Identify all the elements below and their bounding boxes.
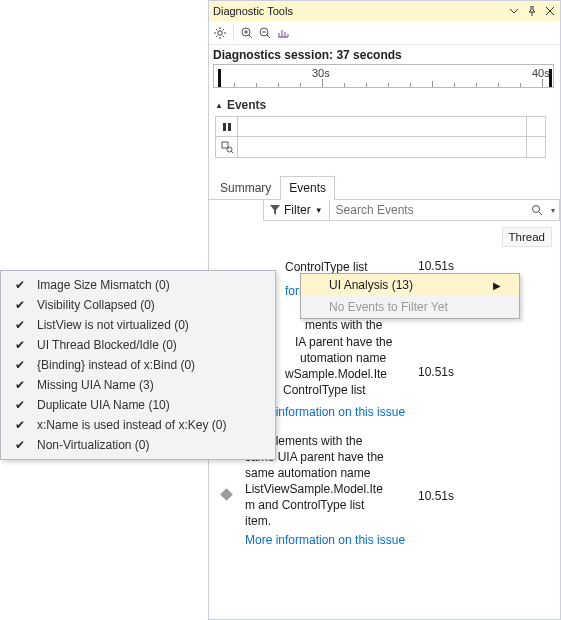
svg-rect-5 (222, 142, 228, 148)
submenu-item[interactable]: ✔UI Thread Blocked/Idle (0) (1, 335, 275, 355)
entry-time: 10.51s (418, 433, 478, 548)
submenu-item[interactable]: ✔{Binding} instead of x:Bind (0) (1, 355, 275, 375)
dropdown-icon[interactable] (508, 5, 520, 17)
submenu-item[interactable]: ✔Visibility Collapsed (0) (1, 295, 275, 315)
entry-line: m and ControlType list (245, 497, 410, 513)
search-box: ▾ (330, 200, 560, 221)
filter-button[interactable]: Filter ▼ (264, 200, 330, 221)
entry-time: 10.51s (418, 317, 478, 420)
events-section: ▲ Events (209, 94, 560, 158)
submenu-item[interactable]: ✔Missing UIA Name (3) (1, 375, 275, 395)
session-block: Diagnostics session: 37 seconds 30s 40s (209, 45, 560, 94)
filter-dropdown-menu: UI Analysis (13) ▶ No Events to Filter Y… (300, 273, 520, 319)
submenu-item[interactable]: ✔Duplicate UIA Name (10) (1, 395, 275, 415)
submenu-label: Duplicate UIA Name (10) (37, 398, 170, 412)
submenu-label: Visibility Collapsed (0) (37, 298, 155, 312)
ruler-ticks (214, 81, 553, 87)
tab-strip: Summary Events (209, 176, 560, 200)
diagnostic-icon[interactable] (216, 137, 238, 157)
menu-item-ui-analysis[interactable]: UI Analysis (13) ▶ (301, 274, 519, 296)
submenu-label: Non-Virtualization (0) (37, 438, 150, 452)
zoom-out-icon[interactable] (258, 26, 272, 40)
ruler-label-40s: 40s (532, 67, 550, 79)
events-row (216, 137, 545, 157)
more-info-link[interactable]: More information on this issue (245, 532, 410, 548)
events-grid (215, 116, 546, 158)
check-icon: ✔ (13, 358, 27, 372)
check-icon: ✔ (13, 298, 27, 312)
submenu-label: Missing UIA Name (3) (37, 378, 154, 392)
svg-point-0 (218, 30, 222, 34)
svg-rect-4 (228, 123, 231, 131)
events-heading-text: Events (227, 98, 266, 112)
entry-line: item. (245, 513, 410, 529)
check-icon: ✔ (13, 378, 27, 392)
titlebar: Diagnostic Tools (209, 1, 560, 21)
search-icon[interactable] (525, 204, 547, 216)
session-title: Diagnostics session: 37 seconds (213, 48, 554, 62)
submenu-item[interactable]: ✔x:Name is used instead of x:Key (0) (1, 415, 275, 435)
check-icon: ✔ (13, 278, 27, 292)
diamond-marker-icon (220, 488, 233, 501)
pin-icon[interactable] (526, 5, 538, 17)
events-row (216, 117, 545, 137)
menu-item-no-events: No Events to Filter Yet (301, 296, 519, 318)
submenu-label: x:Name is used instead of x:Key (0) (37, 418, 226, 432)
funnel-icon (270, 205, 280, 215)
close-icon[interactable] (544, 5, 556, 17)
tab-summary[interactable]: Summary (211, 176, 280, 200)
tab-events[interactable]: Events (280, 176, 335, 200)
panel-title: Diagnostic Tools (213, 5, 293, 17)
submenu-label: ListView is not virtualized (0) (37, 318, 189, 332)
svg-rect-3 (223, 123, 226, 131)
menu-item-label: UI Analysis (13) (329, 278, 413, 292)
events-heading[interactable]: ▲ Events (215, 98, 554, 112)
submenu-arrow-icon: ▶ (493, 280, 501, 291)
chevron-down-icon: ▼ (315, 206, 323, 215)
submenu-item[interactable]: ✔Non-Virtualization (0) (1, 435, 275, 455)
column-header-thread[interactable]: Thread (502, 227, 552, 247)
entry-line: ListViewSample.Model.Ite (245, 481, 410, 497)
session-title-prefix: Diagnostics session: (213, 48, 336, 62)
session-seconds: 37 seconds (336, 48, 401, 62)
entry-line: same automation name (245, 465, 410, 481)
collapse-triangle-icon[interactable]: ▲ (215, 101, 223, 110)
submenu-item[interactable]: ✔Image Size Mismatch (0) (1, 275, 275, 295)
check-icon: ✔ (13, 398, 27, 412)
check-icon: ✔ (13, 438, 27, 452)
submenu-label: {Binding} instead of x:Bind (0) (37, 358, 195, 372)
titlebar-buttons (508, 5, 556, 17)
menu-item-label: No Events to Filter Yet (329, 300, 448, 314)
chart-icon[interactable] (276, 26, 290, 40)
svg-point-7 (532, 206, 539, 213)
timeline-ruler[interactable]: 30s 40s (213, 64, 554, 88)
search-dropdown-icon[interactable]: ▾ (547, 206, 559, 215)
submenu-label: UI Thread Blocked/Idle (0) (37, 338, 177, 352)
check-icon: ✔ (13, 318, 27, 332)
gear-icon[interactable] (213, 26, 227, 40)
zoom-in-icon[interactable] (240, 26, 254, 40)
ui-analysis-submenu: ✔Image Size Mismatch (0) ✔Visibility Col… (0, 270, 276, 460)
check-icon: ✔ (13, 418, 27, 432)
check-icon: ✔ (13, 338, 27, 352)
toolbar (209, 21, 560, 45)
submenu-label: Image Size Mismatch (0) (37, 278, 170, 292)
ruler-label-30s: 30s (312, 67, 330, 79)
separator (233, 25, 234, 41)
filter-label: Filter (284, 203, 311, 217)
filter-row: Filter ▼ ▾ (263, 200, 560, 221)
search-input[interactable] (330, 200, 525, 220)
pause-icon[interactable] (216, 117, 238, 136)
submenu-item[interactable]: ✔ListView is not virtualized (0) (1, 315, 275, 335)
